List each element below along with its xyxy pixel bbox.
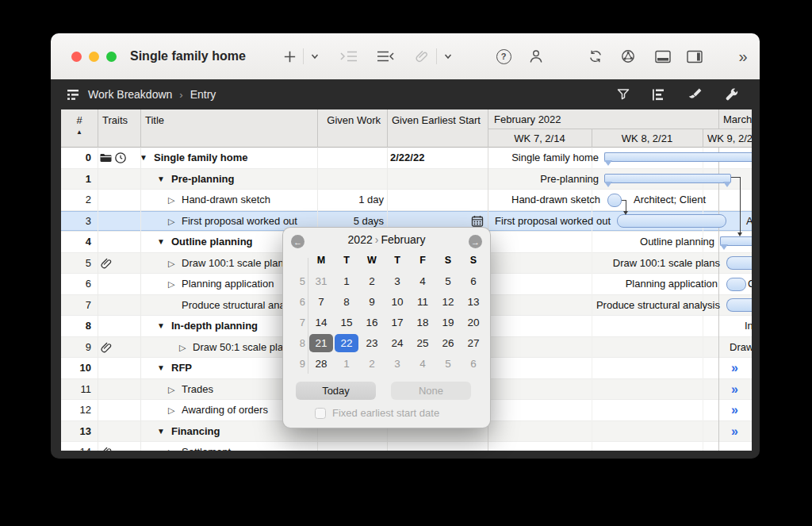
disclosure-triangle[interactable]: ▷ [179,337,186,359]
disclosure-triangle[interactable]: ▷ [168,442,174,451]
calendar-day-selected[interactable]: 22 [335,334,358,352]
calendar-day[interactable]: 17 [385,313,409,332]
calendar-day[interactable]: 3 [385,355,409,373]
calendar-day[interactable]: 27 [462,334,485,352]
sort-ascending-icon[interactable]: ▲ [61,129,98,136]
calendar-day[interactable]: 7 [309,293,333,311]
column-header-number[interactable]: # [61,114,98,126]
add-item-menu-button[interactable] [305,45,324,67]
help-button[interactable]: ? [492,45,515,67]
fixed-start-label: Fixed earliest start date [332,407,439,419]
disclosure-triangle[interactable]: ▷ [168,211,174,232]
add-item-button[interactable] [278,45,301,67]
toggle-right-panel-button[interactable] [684,45,706,67]
today-button[interactable]: Today [296,382,376,400]
breadcrumb-view[interactable]: Work Breakdown [88,88,172,101]
calendar-day[interactable]: 14 [309,313,333,332]
toolbar-overflow-button[interactable]: » [730,45,754,67]
disclosure-triangle[interactable]: ▼ [140,148,147,169]
calendar-month[interactable]: February [381,233,425,246]
calendar-day[interactable]: 3 [385,272,409,290]
breadcrumb-mode[interactable]: Entry [190,88,216,101]
week-number: 8 [285,334,305,352]
calendar-day[interactable]: 25 [411,334,435,352]
calendar-day-today[interactable]: 21 [309,334,333,352]
clock-icon [114,152,127,164]
week-number: 5 [285,272,305,290]
indent-button[interactable] [336,45,362,67]
disclosure-triangle[interactable]: ▷ [168,379,174,401]
calendar-day[interactable]: 2 [360,272,384,290]
calendar-day[interactable]: 20 [462,313,485,332]
resources-button[interactable] [525,45,547,67]
settings-button[interactable] [719,83,743,106]
calendar-day[interactable]: 9 [360,293,384,311]
table-row[interactable]: 0 ▼ Single family home 2/22/22 [61,148,752,169]
disclosure-triangle[interactable]: ▷ [168,190,174,211]
date-picker-button[interactable] [470,214,485,228]
calendar-day[interactable]: 26 [436,334,460,352]
calendar-day[interactable]: 5 [436,355,460,373]
column-header-traits[interactable]: Traits [102,114,128,126]
calendar-day[interactable]: 10 [385,293,409,311]
row-number: 0 [61,148,91,169]
network-globe-icon [620,48,636,64]
disclosure-triangle[interactable]: ▷ [168,400,174,421]
toggle-bottom-panel-button[interactable] [652,45,674,67]
calendar-day[interactable]: 12 [436,293,460,311]
close-window-button[interactable] [71,52,82,62]
calendar-day[interactable]: 4 [411,355,435,373]
disclosure-triangle[interactable]: ▼ [157,232,165,253]
calendar-day[interactable]: 5 [436,272,460,290]
calendar-day[interactable]: 18 [411,313,435,332]
table-row[interactable]: 14 ▷ Settlement [61,442,752,451]
table-row[interactable]: 1 ▼ Pre-planning [61,169,752,190]
none-button[interactable]: None [391,382,471,400]
calendar-day[interactable]: 2 [360,355,384,373]
column-header-given-earliest-start[interactable]: Given Earliest Start [392,114,484,127]
calendar-year[interactable]: 2022 [348,233,373,246]
calendar-day[interactable]: 23 [360,334,384,352]
attach-menu-button[interactable] [439,45,458,67]
timeline-month-march: March [723,113,752,125]
calendar-day[interactable]: 11 [411,293,435,311]
calendar-day[interactable]: 13 [462,293,485,311]
outline-levels-button[interactable] [646,83,670,106]
calendar-day[interactable]: 24 [385,334,409,352]
calendar-day[interactable]: 6 [462,355,485,373]
zoom-window-button[interactable] [106,52,117,62]
calendar-day[interactable]: 16 [360,313,384,332]
sync-button[interactable] [584,45,607,67]
disclosure-triangle[interactable]: ▷ [168,253,174,275]
disclosure-triangle[interactable]: ▼ [157,169,165,190]
calendar-day[interactable]: 1 [335,272,358,290]
calendar-day[interactable]: 31 [309,272,333,290]
disclosure-triangle[interactable]: ▷ [168,274,174,295]
disclosure-triangle[interactable]: ▼ [157,316,165,337]
right-panel-icon [686,49,703,64]
row-number: 9 [61,337,91,359]
calendar-day[interactable]: 8 [335,293,358,311]
outdent-button[interactable] [373,45,398,67]
previous-month-button[interactable]: ← [291,235,304,248]
calendar-day[interactable]: 4 [411,272,435,290]
calendar-day[interactable]: 19 [436,313,460,332]
attach-button[interactable] [412,45,433,67]
disclosure-triangle[interactable]: ▼ [157,421,165,443]
calendar-day[interactable]: 6 [462,272,485,290]
filter-button[interactable] [611,83,635,106]
fixed-start-checkbox[interactable] [315,408,326,419]
row-number: 10 [61,358,91,379]
column-header-given-work[interactable]: Given Work [317,114,381,126]
disclosure-triangle[interactable]: ▼ [157,358,165,379]
table-row[interactable]: 2 ▷ Hand-drawn sketch 1 day [61,190,752,211]
plus-icon [282,49,297,64]
minimize-window-button[interactable] [89,52,99,62]
network-button[interactable] [617,45,639,67]
calendar-day[interactable]: 1 [335,355,358,373]
column-header-title[interactable]: Title [145,114,164,126]
calendar-day[interactable]: 15 [335,313,358,332]
style-button[interactable] [683,83,707,106]
calendar-day[interactable]: 28 [309,355,333,373]
next-month-button[interactable]: → [469,235,482,248]
